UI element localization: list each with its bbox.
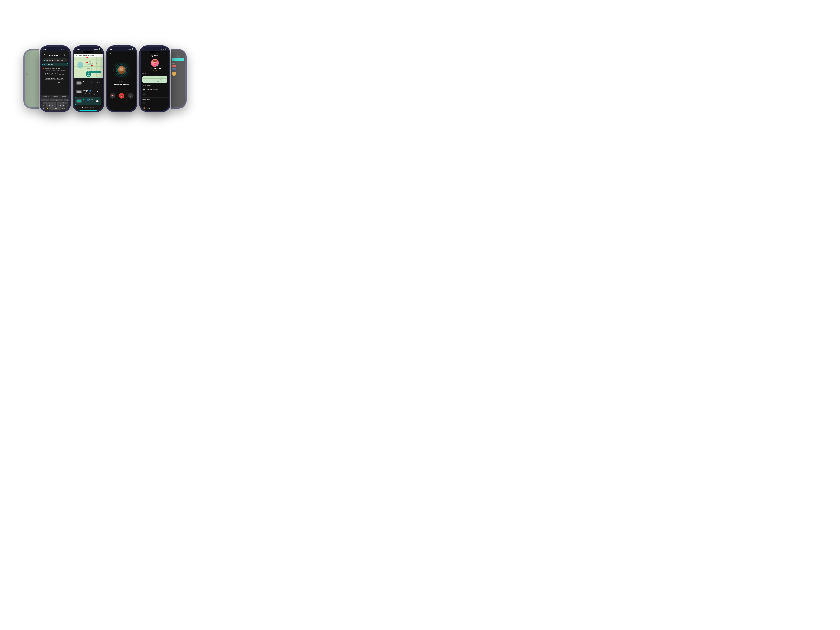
key-u[interactable]: u [58,99,60,101]
sugg-addr-1: Northeast 49th Street, Seattle, WA, USA [45,69,65,71]
kbd-sugg-2[interactable]: university [53,96,58,97]
dest-chevron-icon: › [100,71,100,72]
menu-item-settings[interactable]: ⚙ Settings › [141,100,169,106]
key-t[interactable]: t [52,99,55,101]
cash-icon: 💵 [82,107,83,108]
menu-item-logout[interactable]: 🚪 Log out [141,106,169,111]
key-123[interactable]: 123 [42,107,46,109]
caller-avatar [118,66,125,74]
key-y[interactable]: y [55,99,58,101]
key-n[interactable]: n [60,104,62,107]
key-f[interactable]: f [51,101,54,104]
key-shift[interactable]: ⇧ [41,104,45,107]
preferences-section-title: Preferences [141,98,169,100]
speaker-button[interactable]: 🔈 [128,93,134,98]
add-place-icon: + [142,93,145,96]
kbd-sugg-1[interactable]: "apple uni" [43,96,49,97]
key-emoji[interactable]: 😊 [46,107,49,109]
key-d[interactable]: d [48,101,51,104]
settings-chevron: › [167,102,167,104]
key-a[interactable]: a [43,101,45,104]
key-g[interactable]: g [54,101,56,104]
choose-elite-button[interactable]: Choose Elite [76,109,101,111]
battery-icon-1: 🔋 [65,49,67,50]
close-button[interactable]: ✕ [43,54,46,56]
key-r[interactable]: r [50,99,52,101]
key-space[interactable]: space [49,107,61,109]
add-stop-button[interactable]: ＋ [62,52,68,57]
key-v[interactable]: v [54,104,56,107]
key-c[interactable]: c [51,104,54,107]
mute-button[interactable]: 🔇 [110,93,115,98]
time-2: 9:41 [77,48,80,50]
suggestion-item-1[interactable]: 📍 Apple University Village Northeast 49t… [41,67,69,72]
key-k[interactable]: k [62,101,65,104]
key-h[interactable]: h [57,101,59,104]
suggestions-list: 📍 Apple University Village Northeast 49t… [41,67,69,81]
key-l[interactable]: l [65,101,68,104]
suggestion-info-3: Apple University Park Village South Univ… [45,77,67,80]
pax-economic: 👥 2 [91,81,93,82]
settings-label: Settings [147,102,167,104]
search-icon: 🔍 [44,64,46,65]
phone-partial-left: LeafPark 15th Ave 75th St [24,49,39,109]
key-o[interactable]: o [63,99,66,101]
calling-back-button[interactable]: ← [107,51,136,56]
status-bar-2: 9:41 ▪▪▪ wifi 🔋 [74,47,103,51]
ride-option-economic[interactable]: Economic 👥 2 10:30 am | 8 min away $12.3… [75,79,101,87]
destination-search-input[interactable]: 🔍 Apple Uni [43,63,68,66]
kbd-row-1: q w e r t y u i o p [41,99,69,101]
keyboard-suggestions: "apple uni" university universal [41,96,69,98]
keyboard[interactable]: "apple uni" university universal q w e r… [41,95,69,111]
pin-icon-1: 📍 [43,68,44,69]
key-mic[interactable]: 🎤 [66,107,68,109]
route-title: Your route [47,53,60,57]
menu-item-add-place[interactable]: + Add a place › [141,92,169,98]
battery-icon-2: 🔋 [98,49,100,50]
svg-text:Matthews Beach Park: Matthews Beach Park [156,77,164,78]
ride-option-voyager[interactable]: Voyager 👥 4 10:32 am | 10 min away $15.0… [75,88,101,96]
end-call-button[interactable]: 📵 [119,93,125,98]
key-b[interactable]: b [57,104,59,107]
payment-label: Payment with cash [84,107,95,108]
svg-text:Ravenna Park: Ravenna Park [87,66,93,67]
key-w[interactable]: w [44,99,47,101]
key-j[interactable]: j [60,101,62,104]
ride-time-voyager: 10:32 am | 10 min away [83,93,95,95]
map-back-button[interactable]: ← [76,54,78,57]
suggestion-item-3[interactable]: 📍 Apple University Park Village South Un… [41,76,69,81]
menu-item-add-work[interactable]: 🏢 Add work address › [141,87,169,92]
key-e[interactable]: e [47,99,49,101]
map-display: Green Lake 🚗 🚗 🚗 NE 95th St NE 85th St N… [74,54,103,78]
key-s[interactable]: s [46,101,48,104]
key-p[interactable]: p [66,99,69,101]
profile-rating: 5.0 ⭐ [153,69,157,71]
screen-profile: ← My profile + [141,51,169,111]
key-backspace[interactable]: ⌫ [65,104,69,107]
screen-calling: ← [107,51,136,111]
suggestion-item-2[interactable]: 📍 Apple Union Square Post Street, San Fr… [41,72,69,76]
key-return[interactable]: return [62,107,65,109]
battery-icon-3: 🔋 [132,49,133,50]
key-i[interactable]: i [61,99,63,101]
key-q[interactable]: q [41,99,44,101]
svg-text:Magnuson Cafe: Magnuson Cafe [156,79,162,81]
profile-back-button[interactable]: ← [142,55,144,57]
ride-price-elite: $25.00 [95,100,100,102]
status-icons-4: ▪▪▪ wifi 🔋 [161,49,167,50]
ride-info-economic: Economic 👥 2 10:30 am | 8 min away [83,80,96,86]
ride-option-elite[interactable]: Elite 👥 6 10:40 am | 18 min away $25.00 [75,96,101,105]
add-photo-badge[interactable]: + [156,65,159,67]
key-m[interactable]: m [62,104,65,107]
work-icon: 🏢 [142,88,145,91]
kbd-sugg-3[interactable]: universal [62,96,67,97]
saved-places-title: Saved places [141,84,169,87]
eta-label: mins [87,75,90,76]
set-on-map-button[interactable]: Set on map 🗺 [41,81,69,85]
key-x[interactable]: x [49,104,51,107]
key-z[interactable]: z [46,104,48,107]
suggestion-info-1: Apple University Village Northeast 49th … [45,68,65,71]
calling-status-text: Calling... [118,81,125,83]
screen-ride-options: Green Lake 🚗 🚗 🚗 NE 95th St NE 85th St N… [74,51,103,111]
profile-avatar[interactable]: + [151,59,159,67]
